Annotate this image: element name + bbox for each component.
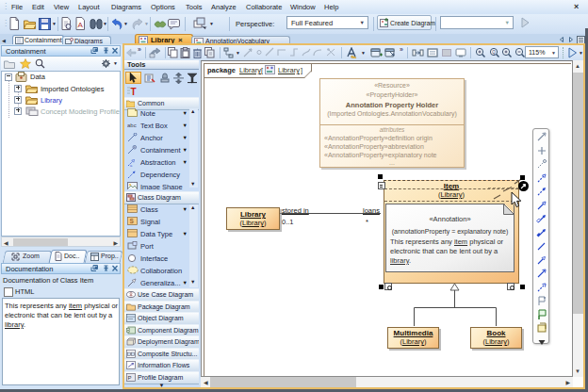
svg-text:abc: abc [127, 122, 137, 128]
svg-text:P: P [128, 375, 132, 381]
svg-text:a: a [130, 163, 133, 168]
svg-text:Q: Q [492, 50, 496, 55]
svg-text:T: T [131, 87, 137, 97]
svg-text:S: S [130, 218, 135, 224]
